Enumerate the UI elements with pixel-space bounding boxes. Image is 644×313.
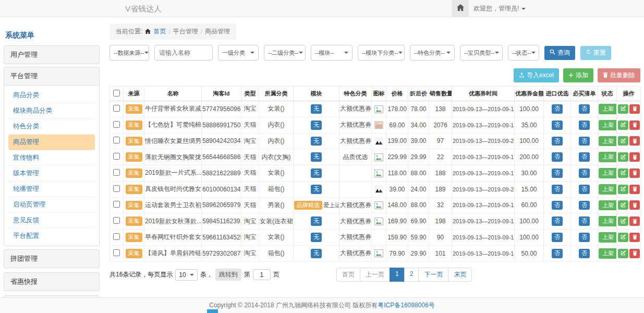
delete-button[interactable] [629, 136, 640, 146]
import-select-toggle[interactable]: 否 [552, 249, 563, 258]
row-checkbox[interactable] [113, 201, 120, 208]
module-subcategory-select[interactable]: --模块下分类-- [358, 45, 405, 61]
edit-button[interactable] [618, 152, 628, 162]
module-select[interactable]: --模块-- [311, 45, 353, 61]
import-select-toggle[interactable]: 否 [552, 137, 563, 146]
sidebar-section-platform-management[interactable]: 平台管理 [4, 67, 100, 86]
row-checkbox[interactable] [113, 105, 120, 112]
product-name-input[interactable] [154, 45, 213, 61]
batch-delete-button[interactable]: 批量删除 [598, 68, 640, 82]
page-1[interactable]: 1 [390, 268, 405, 282]
import-select-toggle[interactable]: 否 [552, 185, 563, 194]
delete-button[interactable] [629, 200, 640, 210]
delete-button[interactable] [629, 185, 640, 194]
must-buy-toggle[interactable]: 否 [579, 104, 590, 114]
data-source-select[interactable]: --数据来源-- [110, 45, 149, 61]
status-toggle[interactable]: 上架 [599, 136, 617, 147]
delete-button[interactable] [629, 104, 640, 114]
must-buy-toggle[interactable]: 否 [579, 249, 590, 258]
must-buy-toggle[interactable]: 否 [579, 152, 590, 162]
must-buy-toggle[interactable]: 否 [579, 233, 590, 242]
edit-button[interactable] [618, 104, 628, 114]
delete-button[interactable] [629, 216, 640, 226]
edit-button[interactable] [618, 136, 628, 146]
sidebar-item-启动页管理[interactable]: 启动页管理 [8, 197, 95, 213]
edit-button[interactable] [618, 216, 628, 226]
import-select-toggle[interactable]: 否 [552, 121, 563, 130]
must-buy-toggle[interactable]: 否 [579, 201, 590, 210]
status-toggle[interactable]: 上架 [599, 216, 617, 226]
page-上一页[interactable]: 上一页 [360, 268, 390, 282]
import-excel-button[interactable]: 导入excel [514, 68, 559, 82]
row-checkbox[interactable] [113, 185, 120, 192]
user-menu[interactable]: 欢迎您，管理员! [473, 0, 526, 17]
breadcrumb-home-link[interactable]: 首页 [153, 27, 166, 36]
must-buy-toggle[interactable]: 否 [579, 168, 590, 178]
must-buy-toggle[interactable]: 否 [579, 216, 590, 226]
status-toggle[interactable]: 上架 [599, 120, 617, 130]
delete-button[interactable] [629, 168, 640, 178]
status-toggle[interactable]: 上架 [599, 200, 617, 211]
delete-button[interactable] [629, 121, 640, 130]
level2-category-select[interactable]: --二级分类-- [264, 45, 306, 61]
reset-button[interactable]: 重置 [580, 46, 611, 60]
sidebar-item-轮播管理[interactable]: 轮播管理 [8, 182, 95, 197]
sidebar-item-商品管理[interactable]: 商品管理 [8, 135, 95, 150]
sidebar-item-宣传物料[interactable]: 宣传物料 [8, 150, 95, 166]
edit-button[interactable] [618, 185, 628, 194]
sidebar-item-版本管理[interactable]: 版本管理 [8, 166, 95, 182]
row-checkbox[interactable] [113, 249, 120, 256]
delete-button[interactable] [629, 233, 640, 242]
page-2[interactable]: 2 [404, 268, 419, 282]
sidebar-section-省惠快报[interactable]: 省惠快报 [4, 272, 100, 291]
row-checkbox[interactable] [113, 217, 120, 224]
sidebar-item-平台配置[interactable]: 平台配置 [8, 228, 95, 244]
edit-button[interactable] [618, 233, 628, 242]
level1-category-select[interactable]: 一级分类 [218, 45, 259, 61]
edit-button[interactable] [618, 121, 628, 130]
must-buy-toggle[interactable]: 否 [579, 137, 590, 146]
edit-button[interactable] [618, 200, 628, 210]
select-all-checkbox[interactable] [113, 90, 120, 97]
import-select-toggle[interactable]: 否 [552, 152, 563, 162]
add-button[interactable]: 添加 [563, 68, 593, 82]
import-select-toggle[interactable]: 否 [552, 201, 563, 210]
import-select-toggle[interactable]: 否 [552, 216, 563, 226]
must-buy-toggle[interactable]: 否 [579, 185, 590, 194]
status-toggle[interactable]: 上架 [599, 152, 617, 162]
per-page-select[interactable]: 10 [175, 269, 197, 281]
row-checkbox[interactable] [113, 233, 120, 240]
item-type-select[interactable]: --宝贝类型-- [460, 45, 503, 61]
status-toggle[interactable]: 上架 [599, 232, 617, 243]
import-select-toggle[interactable]: 否 [552, 168, 563, 178]
page-末页[interactable]: 末页 [448, 268, 472, 282]
delete-button[interactable] [629, 249, 640, 258]
sidebar-section-拼团管理[interactable]: 拼团管理 [4, 249, 100, 268]
home-button[interactable] [452, 0, 469, 17]
row-checkbox[interactable] [113, 121, 120, 128]
query-button[interactable]: 查询 [544, 46, 575, 60]
row-checkbox[interactable] [113, 137, 120, 143]
status-toggle[interactable]: 上架 [599, 184, 617, 195]
sidebar-item-意见反馈[interactable]: 意见反馈 [8, 213, 95, 228]
jump-button[interactable]: 跳转到 [215, 269, 241, 281]
icp-link[interactable]: 粤ICP备16098006号 [378, 302, 434, 309]
row-checkbox[interactable] [113, 169, 120, 176]
page-number-input[interactable] [253, 269, 271, 280]
sidebar-section-user-management[interactable]: 用户管理 [4, 45, 100, 64]
edit-button[interactable] [618, 168, 628, 178]
status-select[interactable]: --状态-- [508, 45, 539, 61]
import-select-toggle[interactable]: 否 [552, 104, 563, 114]
import-select-toggle[interactable]: 否 [552, 233, 563, 242]
page-下一页[interactable]: 下一页 [418, 268, 448, 282]
must-buy-toggle[interactable]: 否 [579, 121, 590, 130]
edit-button[interactable] [618, 249, 628, 258]
row-checkbox[interactable] [113, 153, 120, 160]
status-toggle[interactable]: 上架 [599, 248, 617, 259]
sidebar-item-特色分类[interactable]: 特色分类 [8, 119, 95, 135]
feature-category-select[interactable]: --特色分类-- [410, 45, 455, 61]
sidebar-item-模块商品分类[interactable]: 模块商品分类 [8, 103, 95, 119]
sidebar-item-商品分类[interactable]: 商品分类 [8, 88, 95, 103]
page-首页[interactable]: 首页 [336, 268, 360, 282]
delete-button[interactable] [629, 152, 640, 162]
